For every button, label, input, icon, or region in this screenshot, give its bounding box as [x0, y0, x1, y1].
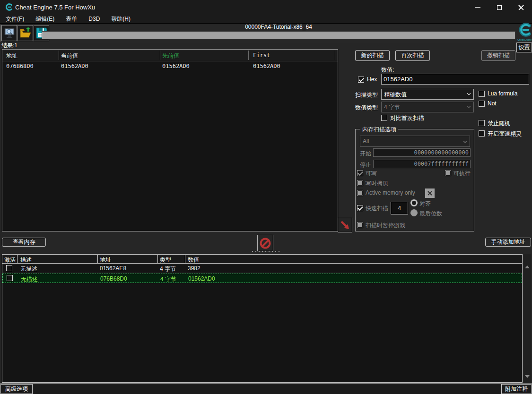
address-list-table[interactable]: 激活 描述 地址 类型 数值 无描述 01562AE8 4 字节 3982 无描…: [2, 254, 523, 383]
minimize-button[interactable]: [467, 0, 488, 15]
row-value: 01562AD0: [188, 275, 215, 282]
open-table-button[interactable]: [17, 25, 33, 41]
result-row[interactable]: 076B68D0 01562AD0 01562AD0 01562AD0: [2, 61, 338, 71]
hex-label[interactable]: Hex: [367, 76, 377, 83]
undo-scan-button[interactable]: 撤销扫描: [481, 50, 515, 61]
lua-formula-label[interactable]: Lua formula: [488, 90, 517, 97]
not-label[interactable]: Not: [488, 100, 497, 107]
fast-scan-label[interactable]: 快速扫描: [366, 205, 388, 213]
results-header: 地址 当前值 先前值 First: [2, 50, 338, 61]
logo-caption: Cheat Engine: [517, 38, 532, 41]
open-folder-icon: [19, 27, 32, 39]
start-address-input: 0000000000000000: [373, 148, 471, 157]
results-col-address[interactable]: 地址: [6, 52, 17, 60]
copy-on-write-label[interactable]: 写时拷贝: [366, 180, 388, 188]
writable-label[interactable]: 可写: [366, 170, 377, 178]
scroll-down-icon[interactable]: [525, 375, 530, 378]
start-label: 开始: [360, 150, 371, 158]
column-divider: [59, 51, 59, 60]
align-label[interactable]: 对齐: [419, 200, 431, 208]
attached-process-label: 00000FA4-Tutorial-x86_64: [42, 24, 515, 30]
settings-button[interactable]: 设置: [516, 43, 532, 52]
value-label: 数值:: [381, 66, 394, 74]
active-memory-only-checkbox[interactable]: [357, 190, 363, 196]
pause-game-checkbox[interactable]: [357, 222, 363, 228]
value-type-select: 4 字节: [381, 102, 474, 112]
splitter-handle[interactable]: [252, 251, 279, 252]
column-divider: [185, 255, 185, 263]
menu-table[interactable]: 表单: [60, 15, 83, 24]
col-description[interactable]: 描述: [20, 256, 32, 264]
hex-checkbox[interactable]: [358, 77, 364, 83]
active-memory-only-label[interactable]: Active memory only: [366, 189, 415, 196]
not-checkbox[interactable]: [479, 101, 485, 107]
menu-d3d[interactable]: D3D: [83, 15, 105, 24]
column-divider: [97, 255, 98, 263]
compare-first-scan-checkbox[interactable]: [381, 115, 387, 121]
view-memory-button[interactable]: 查看内存: [2, 238, 46, 247]
results-col-first[interactable]: First: [253, 52, 270, 59]
window-title: Cheat Engine 7.5 For HowXu: [15, 4, 95, 11]
close-button[interactable]: [510, 0, 532, 15]
scan-results-list[interactable]: 地址 当前值 先前值 First 076B68D0 01562AD0 01562…: [2, 49, 338, 231]
pause-game-label[interactable]: 扫描时暂停游戏: [366, 222, 405, 230]
align-radio[interactable]: [410, 199, 418, 206]
attach-comments-button[interactable]: 附加注释: [501, 384, 532, 394]
col-active[interactable]: 激活: [4, 256, 16, 264]
clear-active-memory-button[interactable]: [425, 188, 435, 198]
last-digits-radio[interactable]: [410, 209, 418, 216]
speedhack-checkbox[interactable]: [479, 130, 485, 137]
copy-on-write-checkbox[interactable]: [357, 180, 363, 186]
no-scan-indicator-button[interactable]: [257, 235, 273, 251]
result-current-value: 01562AD0: [61, 63, 88, 69]
add-selection-to-table-button[interactable]: [338, 218, 352, 232]
row-address: 076B68D0: [100, 275, 127, 282]
last-digits-label[interactable]: 最后位数: [419, 210, 442, 218]
address-row[interactable]: 无描述 01562AE8 4 字节 3982: [2, 264, 522, 273]
scroll-up-icon[interactable]: [525, 266, 530, 268]
menu-help[interactable]: 帮助(H): [105, 15, 136, 24]
minimize-icon: [475, 7, 480, 8]
active-checkbox[interactable]: [6, 265, 12, 271]
lua-formula-checkbox[interactable]: [479, 91, 485, 97]
disable-random-checkbox[interactable]: [479, 120, 485, 126]
writable-checkbox[interactable]: [357, 170, 363, 176]
value-type-label: 数值类型: [355, 104, 378, 112]
advanced-options-button[interactable]: 高级选项: [0, 384, 33, 394]
active-checkbox[interactable]: [7, 275, 13, 281]
column-divider: [17, 255, 17, 263]
address-row-selected[interactable]: 无描述 076B68D0 4 字节 01562AD0: [2, 274, 522, 283]
results-col-previous[interactable]: 先前值: [162, 52, 179, 60]
row-description: 无描述: [21, 275, 38, 283]
address-list-scrollbar[interactable]: [523, 254, 531, 383]
select-process-button[interactable]: [1, 25, 17, 41]
scan-type-select[interactable]: 精确数值: [381, 89, 474, 100]
col-value[interactable]: 数值: [188, 256, 199, 264]
app-logo-icon: [5, 3, 13, 11]
column-divider: [160, 51, 160, 60]
results-col-current[interactable]: 当前值: [61, 52, 78, 60]
new-scan-button[interactable]: 新的扫描: [355, 50, 390, 61]
scan-value-input[interactable]: [381, 74, 529, 85]
disable-random-label[interactable]: 禁止随机: [488, 120, 510, 128]
fast-scan-checkbox[interactable]: [357, 205, 363, 211]
maximize-button[interactable]: [488, 0, 510, 15]
executable-checkbox[interactable]: [445, 170, 451, 176]
compare-first-scan-label[interactable]: 对比首次扫描: [390, 114, 424, 122]
chevron-down-icon: [463, 140, 467, 143]
next-scan-button[interactable]: 再次扫描: [395, 50, 430, 61]
executable-label[interactable]: 可执行: [454, 170, 471, 178]
stop-address-input: 00007fffffffffff: [373, 160, 471, 168]
col-type[interactable]: 类型: [160, 256, 171, 264]
menu-bar: 文件(F) 编辑(E) 表单 D3D 帮助(H): [0, 15, 532, 24]
menu-file[interactable]: 文件(F): [0, 15, 30, 24]
col-address[interactable]: 地址: [100, 256, 111, 264]
fast-scan-alignment-input[interactable]: [391, 202, 408, 214]
menu-edit[interactable]: 编辑(E): [30, 15, 60, 24]
row-address: 01562AE8: [100, 265, 126, 272]
scan-type-label: 扫描类型: [355, 91, 378, 99]
cheat-engine-logo[interactable]: Cheat Engine: [517, 21, 532, 43]
add-address-manually-button[interactable]: 手动添加地址: [485, 238, 531, 247]
speedhack-label[interactable]: 开启变速精灵: [488, 130, 522, 138]
memory-region-select: All: [360, 136, 470, 147]
